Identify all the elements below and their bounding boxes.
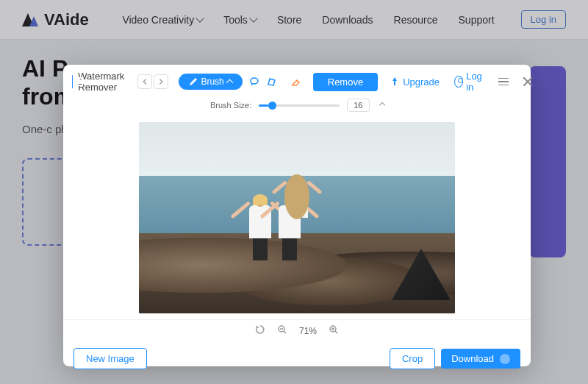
working-image xyxy=(139,122,455,313)
brush-size-label: Brush Size: xyxy=(210,101,251,110)
upgrade-button[interactable]: Upgrade xyxy=(390,77,440,88)
chevron-up-icon xyxy=(226,79,233,86)
brush-icon xyxy=(189,77,198,86)
undo-button[interactable] xyxy=(137,74,152,89)
reset-view-button[interactable] xyxy=(255,324,265,338)
upgrade-icon xyxy=(390,77,400,87)
modal-login-button[interactable]: Log in xyxy=(454,71,485,93)
brush-size-slider[interactable] xyxy=(259,104,340,107)
download-icon xyxy=(500,354,510,364)
modal-toolbar: Watermark Remover Brush Remove Upgrade L… xyxy=(63,65,531,99)
brush-tool-button[interactable]: Brush xyxy=(179,74,242,90)
watermark-remover-modal: Watermark Remover Brush Remove Upgrade L… xyxy=(63,65,531,366)
modal-title: Watermark Remover xyxy=(78,71,124,93)
brush-size-value[interactable]: 16 xyxy=(347,99,369,112)
slider-thumb[interactable] xyxy=(268,102,276,110)
zoom-controls: 71% xyxy=(63,319,531,342)
new-image-button[interactable]: New Image xyxy=(74,348,147,369)
download-button[interactable]: Download xyxy=(441,349,520,369)
brush-size-control: Brush Size: 16 xyxy=(63,99,531,116)
image-canvas[interactable] xyxy=(63,116,531,319)
polygon-tool-button[interactable] xyxy=(266,74,278,90)
brush-size-chevron[interactable] xyxy=(377,100,387,110)
zoom-level: 71% xyxy=(299,326,317,336)
zoom-in-button[interactable] xyxy=(329,324,339,338)
lasso-tool-button[interactable] xyxy=(248,74,260,90)
modal-footer: New Image Crop Download xyxy=(63,342,531,378)
remove-button[interactable]: Remove xyxy=(313,73,378,91)
history-controls xyxy=(137,74,168,89)
user-icon xyxy=(454,76,463,88)
crop-button[interactable]: Crop xyxy=(390,348,435,369)
zoom-out-button[interactable] xyxy=(277,324,287,338)
eraser-tool-button[interactable] xyxy=(290,74,301,90)
redo-button[interactable] xyxy=(154,74,168,89)
menu-button[interactable] xyxy=(498,78,509,86)
